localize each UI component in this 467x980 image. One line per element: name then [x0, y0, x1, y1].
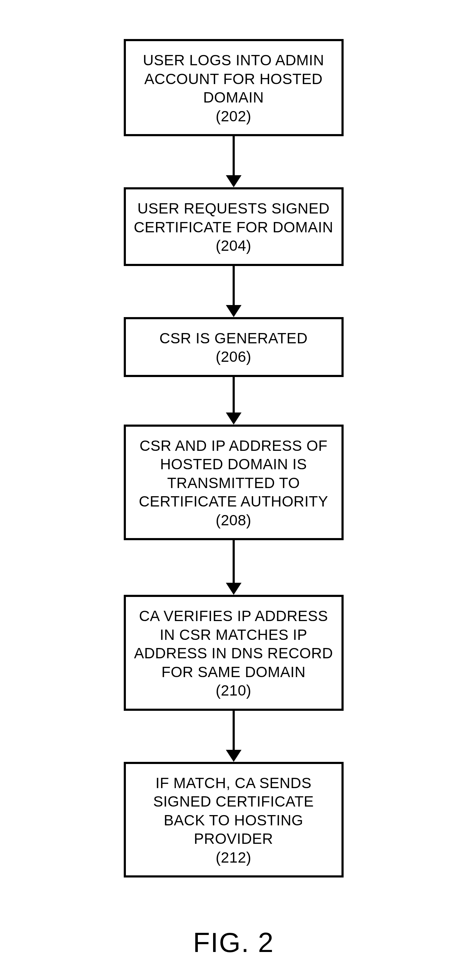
step-box-204: USER REQUESTS SIGNED CERTIFICATE FOR DOM…: [124, 187, 344, 266]
diagram-canvas: USER LOGS INTO ADMIN ACCOUNT FOR HOSTED …: [0, 0, 467, 980]
arrow: [226, 711, 241, 762]
arrow-head-icon: [226, 412, 241, 425]
step-text: CSR IS GENERATED: [160, 330, 308, 347]
step-number: (206): [133, 348, 334, 366]
step-text: CSR AND IP ADDRESS OF HOSTED DOMAIN IS T…: [139, 438, 328, 510]
arrow-head-icon: [226, 750, 241, 762]
arrow-shaft: [233, 540, 235, 583]
arrow: [226, 540, 241, 595]
step-text: USER LOGS INTO ADMIN ACCOUNT FOR HOSTED …: [143, 52, 324, 106]
arrow-head-icon: [226, 583, 241, 595]
figure-label: FIG. 2: [193, 926, 274, 959]
arrow-shaft: [233, 136, 235, 175]
step-box-206: CSR IS GENERATED (206): [124, 317, 344, 377]
step-number: (210): [133, 681, 334, 700]
step-text: CA VERIFIES IP ADDRESS IN CSR MATCHES IP…: [134, 608, 333, 680]
arrow-shaft: [233, 266, 235, 305]
step-number: (202): [133, 107, 334, 126]
step-box-212: IF MATCH, CA SENDS SIGNED CERTIFICATE BA…: [124, 762, 344, 878]
arrow: [226, 136, 241, 187]
step-box-210: CA VERIFIES IP ADDRESS IN CSR MATCHES IP…: [124, 595, 344, 711]
arrow: [226, 377, 241, 425]
step-number: (212): [133, 848, 334, 867]
step-text: IF MATCH, CA SENDS SIGNED CERTIFICATE BA…: [153, 775, 314, 847]
arrow-shaft: [233, 377, 235, 412]
step-box-208: CSR AND IP ADDRESS OF HOSTED DOMAIN IS T…: [124, 425, 344, 541]
step-number: (204): [133, 237, 334, 255]
step-text: USER REQUESTS SIGNED CERTIFICATE FOR DOM…: [134, 200, 333, 235]
arrow: [226, 266, 241, 317]
arrow-head-icon: [226, 305, 241, 317]
arrow-shaft: [233, 711, 235, 750]
arrow-head-icon: [226, 175, 241, 187]
step-number: (208): [133, 511, 334, 530]
flowchart: USER LOGS INTO ADMIN ACCOUNT FOR HOSTED …: [110, 39, 358, 878]
step-box-202: USER LOGS INTO ADMIN ACCOUNT FOR HOSTED …: [124, 39, 344, 136]
